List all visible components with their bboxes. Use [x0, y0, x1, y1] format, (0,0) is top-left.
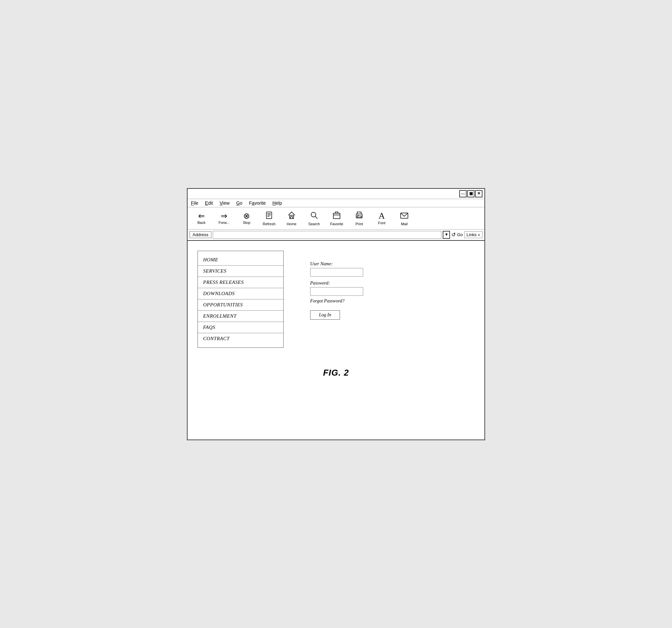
stop-label: Stop [243, 221, 250, 225]
close-button[interactable]: ✕ [475, 190, 482, 197]
nav-press-releases[interactable]: PRESS RELEASES [198, 277, 283, 288]
password-input[interactable] [310, 287, 363, 296]
content-main: HOME SERVICES PRESS RELEASES DOWNLOADS O… [197, 251, 475, 348]
browser-window: — ▣ ✕ File Edit View Go Favorite Help ⇐ … [187, 188, 485, 440]
address-dropdown[interactable]: ▼ [443, 231, 450, 239]
menu-file[interactable]: File [191, 200, 198, 206]
minimize-icon: — [461, 191, 465, 196]
forward-icon: ⇒ [221, 212, 227, 220]
nav-contract[interactable]: CONTRACT [198, 333, 283, 344]
svg-rect-10 [357, 216, 361, 218]
dropdown-arrow-icon: ▼ [445, 232, 449, 237]
search-button[interactable]: Search [304, 209, 325, 227]
content-area: HOME SERVICES PRESS RELEASES DOWNLOADS O… [188, 241, 484, 439]
nav-panel: HOME SERVICES PRESS RELEASES DOWNLOADS O… [197, 251, 284, 348]
forgot-password-link[interactable]: Forgot Password? [310, 298, 363, 304]
favorite-button[interactable]: Favorite [326, 209, 347, 227]
font-button[interactable]: A Font [371, 210, 392, 226]
login-form: User Name: Password: Forgot Password? Lo… [297, 251, 363, 348]
home-label: Home [287, 222, 296, 226]
refresh-icon [264, 211, 274, 221]
mail-button[interactable]: Mail [394, 209, 415, 227]
address-input[interactable] [213, 231, 442, 239]
address-bar: Address ▼ ↺ Go Links » [188, 229, 484, 241]
minimize-button[interactable]: — [459, 190, 466, 197]
nav-services[interactable]: SERVICES [198, 266, 283, 277]
links-button[interactable]: Links » [464, 231, 482, 238]
mail-label: Mail [401, 222, 408, 226]
username-input[interactable] [310, 268, 363, 277]
nav-enrollment[interactable]: ENROLLMENT [198, 311, 283, 322]
svg-point-6 [311, 212, 316, 217]
nav-downloads[interactable]: DOWNLOADS [198, 288, 283, 299]
print-label: Print [356, 222, 363, 226]
password-label: Password: [310, 280, 363, 286]
font-icon: A [379, 212, 385, 220]
stop-button[interactable]: ⊗ Stop [236, 211, 257, 226]
back-label: Back [197, 221, 206, 225]
address-label: Address [190, 231, 211, 238]
search-label: Search [309, 222, 320, 226]
nav-opportunities[interactable]: OPPORTUNITIES [198, 299, 283, 311]
back-icon: ⇐ [198, 212, 205, 220]
favorite-label: Favorite [330, 222, 343, 226]
forward-button[interactable]: ⇒ Forw... [213, 211, 235, 226]
title-bar: — ▣ ✕ [188, 189, 484, 199]
restore-button[interactable]: ▣ [467, 190, 475, 197]
window-controls: — ▣ ✕ [459, 190, 482, 197]
close-icon: ✕ [477, 191, 480, 196]
home-icon [287, 211, 296, 221]
go-button[interactable]: ↺ Go [451, 231, 462, 238]
nav-faqs[interactable]: FAQS [198, 322, 283, 333]
toolbar: ⇐ Back ⇒ Forw... ⊗ Stop Refresh [188, 207, 484, 229]
menu-edit[interactable]: Edit [205, 200, 213, 206]
go-refresh-icon: ↺ [451, 231, 456, 238]
print-icon [355, 211, 364, 221]
svg-line-7 [315, 216, 317, 219]
login-button[interactable]: Log In [310, 310, 340, 320]
username-label: User Name: [310, 261, 363, 267]
menu-go[interactable]: Go [236, 200, 243, 206]
menu-view[interactable]: View [220, 200, 230, 206]
menu-bar: File Edit View Go Favorite Help [188, 199, 484, 207]
links-label: Links » [466, 232, 480, 237]
restore-icon: ▣ [469, 191, 473, 196]
refresh-button[interactable]: Refresh [259, 209, 280, 227]
menu-help[interactable]: Help [272, 200, 282, 206]
mail-icon [400, 211, 409, 221]
menu-favorite[interactable]: Favorite [249, 200, 266, 206]
login-button-label: Log In [319, 312, 331, 318]
forward-label: Forw... [218, 221, 229, 225]
search-icon [310, 211, 319, 221]
go-label: Go [457, 232, 462, 237]
font-label: Font [378, 221, 385, 225]
home-button[interactable]: Home [281, 209, 302, 227]
favorite-icon [332, 211, 341, 221]
print-button[interactable]: Print [349, 209, 370, 227]
refresh-label: Refresh [263, 222, 276, 226]
back-button[interactable]: ⇐ Back [191, 211, 212, 226]
svg-rect-5 [291, 217, 293, 219]
stop-icon: ⊗ [243, 212, 250, 220]
figure-caption: FIG. 2 [197, 368, 475, 378]
nav-home[interactable]: HOME [198, 254, 283, 266]
